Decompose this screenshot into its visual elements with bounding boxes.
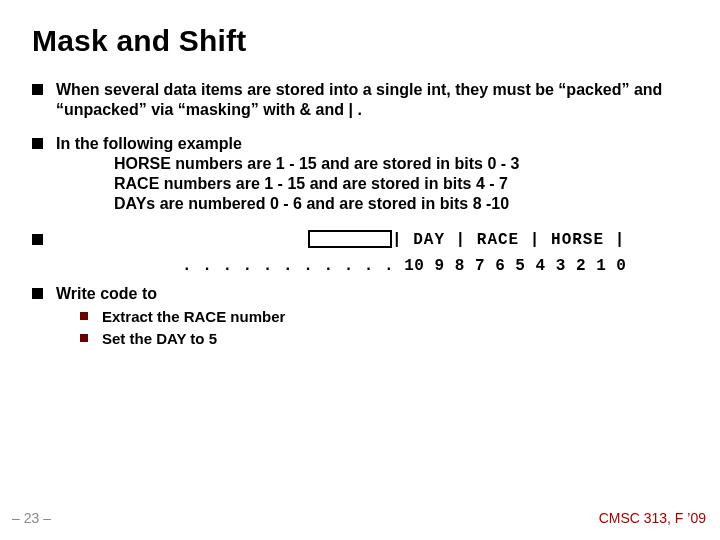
footer-page-number: – 23 – bbox=[12, 510, 51, 526]
bullet-example: In the following example HORSE numbers a… bbox=[32, 134, 688, 214]
bits-index-row: . . . . . . . . . . . 10 9 8 7 6 5 4 3 2… bbox=[182, 256, 720, 276]
bits-blank-box-icon bbox=[308, 230, 392, 248]
write-code-sublist: Extract the RACE number Set the DAY to 5 bbox=[56, 306, 688, 350]
example-horse: HORSE numbers are 1 - 15 and are stored … bbox=[114, 154, 688, 174]
example-race: RACE numbers are 1 - 15 and are stored i… bbox=[114, 174, 688, 194]
bits-header-text: | DAY | RACE | HORSE | bbox=[392, 231, 625, 249]
example-lines: HORSE numbers are 1 - 15 and are stored … bbox=[56, 154, 688, 214]
sub-extract-race: Extract the RACE number bbox=[80, 306, 688, 328]
sub-extract-race-text: Extract the RACE number bbox=[102, 308, 285, 325]
sub-set-day: Set the DAY to 5 bbox=[80, 328, 688, 350]
footer-course: CMSC 313, F ’09 bbox=[599, 510, 706, 526]
sub-set-day-text: Set the DAY to 5 bbox=[102, 330, 217, 347]
bullet-packing-text: When several data items are stored into … bbox=[56, 81, 662, 118]
bullet-write-code: Write code to Extract the RACE number Se… bbox=[32, 284, 688, 350]
bullet-list: When several data items are stored into … bbox=[32, 80, 688, 350]
slide: Mask and Shift When several data items a… bbox=[0, 0, 720, 540]
example-day: DAYs are numbered 0 - 6 and are stored i… bbox=[114, 194, 688, 214]
bullet-packing: When several data items are stored into … bbox=[32, 80, 688, 120]
bits-header-row: | DAY | RACE | HORSE | bbox=[308, 230, 625, 250]
bullet-write-code-text: Write code to bbox=[56, 285, 157, 302]
bits-diagram-wrapper: | DAY | RACE | HORSE | . . . . . . . . .… bbox=[32, 230, 688, 276]
slide-title: Mask and Shift bbox=[32, 24, 688, 58]
bits-diagram: | DAY | RACE | HORSE | . . . . . . . . .… bbox=[56, 230, 688, 276]
bullet-example-intro: In the following example bbox=[56, 135, 242, 152]
